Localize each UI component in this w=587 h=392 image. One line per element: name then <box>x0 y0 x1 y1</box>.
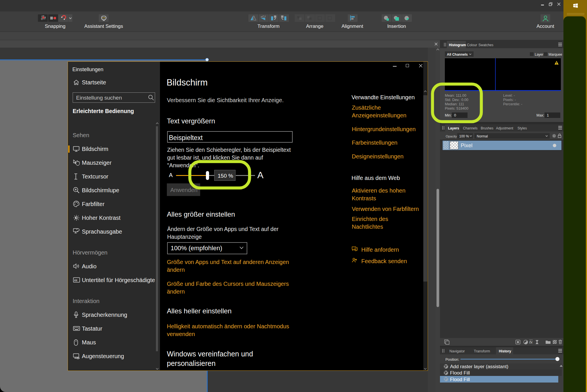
svg-text:?: ? <box>354 247 355 250</box>
svg-text:cc: cc <box>74 279 78 282</box>
